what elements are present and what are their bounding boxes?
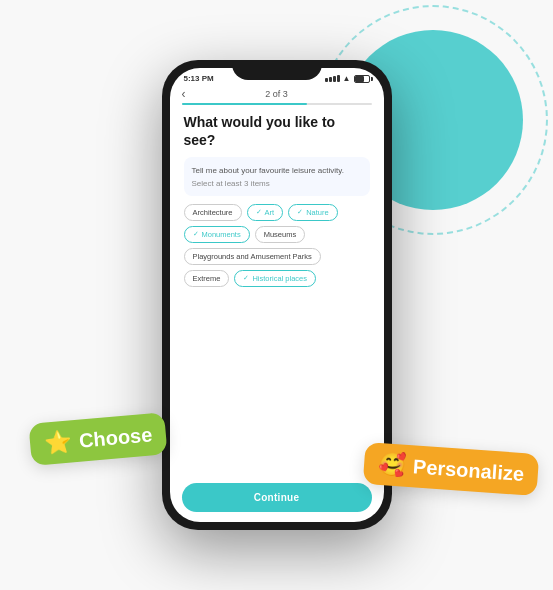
tag-playgrounds-label: Playgrounds and Amusement Parks [193, 252, 312, 261]
tag-art-check: ✓ [256, 208, 262, 216]
signal-bar-2 [329, 77, 332, 82]
choose-card: ⭐ Choose [28, 412, 167, 466]
phone-notch [232, 60, 322, 80]
phone-screen: 5:13 PM ▲ ‹ 2 of 3 W [170, 68, 384, 522]
question-title: What would you like to see? [184, 113, 370, 149]
tags-row-2: ✓ Monuments Museums [184, 226, 370, 243]
tag-monuments-check: ✓ [193, 230, 199, 238]
battery-icon [354, 75, 370, 83]
choose-label: Choose [78, 423, 153, 452]
tag-nature-label: Nature [306, 208, 329, 217]
tag-art[interactable]: ✓ Art [247, 204, 284, 221]
continue-button[interactable]: Continue [182, 483, 372, 512]
tag-nature-check: ✓ [297, 208, 303, 216]
instruction-text: Tell me about your favourite leisure act… [192, 165, 362, 176]
tag-historical-check: ✓ [243, 274, 249, 282]
personalize-emoji: 🥰 [377, 451, 406, 479]
personalize-label: Personalize [412, 455, 525, 486]
tag-historical[interactable]: ✓ Historical places [234, 270, 316, 287]
tags-row-4: Extreme ✓ Historical places [184, 270, 370, 287]
step-indicator: 2 of 3 [265, 89, 288, 99]
signal-bar-4 [337, 75, 340, 82]
status-time: 5:13 PM [184, 74, 214, 83]
tag-monuments[interactable]: ✓ Monuments [184, 226, 250, 243]
phone-mockup: 5:13 PM ▲ ‹ 2 of 3 W [162, 60, 392, 530]
select-hint: Select at least 3 items [192, 179, 362, 188]
status-icons: ▲ [325, 74, 370, 83]
battery-fill [355, 76, 365, 82]
tags-row-3: Playgrounds and Amusement Parks [184, 248, 370, 265]
nav-bar: ‹ 2 of 3 [170, 85, 384, 103]
wifi-icon: ▲ [343, 74, 351, 83]
signal-bar-3 [333, 76, 336, 82]
screen-content: What would you like to see? Tell me abou… [170, 105, 384, 477]
tag-museums[interactable]: Museums [255, 226, 306, 243]
back-button[interactable]: ‹ [182, 87, 186, 101]
tag-playgrounds[interactable]: Playgrounds and Amusement Parks [184, 248, 321, 265]
tag-museums-label: Museums [264, 230, 297, 239]
tag-extreme-label: Extreme [193, 274, 221, 283]
tag-monuments-label: Monuments [202, 230, 241, 239]
tag-extreme[interactable]: Extreme [184, 270, 230, 287]
instruction-box: Tell me about your favourite leisure act… [184, 157, 370, 195]
choose-emoji: ⭐ [43, 428, 72, 456]
tags-row-1: Architecture ✓ Art ✓ Nature [184, 204, 370, 221]
tag-nature[interactable]: ✓ Nature [288, 204, 338, 221]
tag-architecture-label: Architecture [193, 208, 233, 217]
tag-historical-label: Historical places [252, 274, 307, 283]
signal-bar-1 [325, 78, 328, 82]
tag-art-label: Art [265, 208, 275, 217]
tag-architecture[interactable]: Architecture [184, 204, 242, 221]
